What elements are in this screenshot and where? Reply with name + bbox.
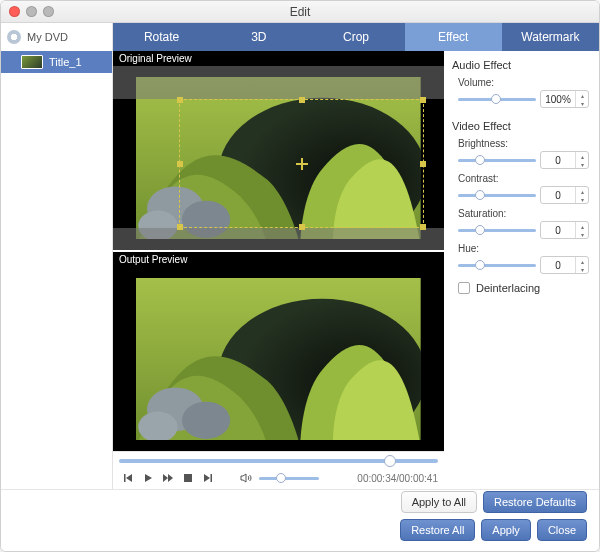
contrast-step-down[interactable]: ▾	[576, 195, 588, 203]
brightness-slider[interactable]	[458, 159, 536, 162]
prev-button[interactable]	[119, 469, 137, 487]
tab-effect[interactable]: Effect	[405, 23, 502, 51]
stop-button[interactable]	[179, 469, 197, 487]
play-button[interactable]	[139, 469, 157, 487]
volume-field: Volume: 100% ▴▾	[458, 77, 589, 108]
output-preview	[113, 267, 444, 451]
saturation-step-down[interactable]: ▾	[576, 230, 588, 238]
progress-slider[interactable]	[119, 456, 438, 466]
header-row: My DVD Rotate 3D Crop Effect Watermark	[1, 23, 599, 51]
close-window-icon[interactable]	[9, 6, 20, 17]
saturation-value: 0	[541, 225, 575, 236]
volume-slider[interactable]	[259, 477, 319, 480]
fast-forward-button[interactable]	[159, 469, 177, 487]
zoom-window-icon[interactable]	[43, 6, 54, 17]
disc-icon	[7, 30, 21, 44]
saturation-field: Saturation: 0 ▴▾	[458, 208, 589, 239]
preview-column: Original Preview	[113, 51, 444, 489]
saturation-step-up[interactable]: ▴	[576, 222, 588, 230]
video-effect-heading: Video Effect	[452, 120, 589, 132]
volume-effect-slider[interactable]	[458, 98, 536, 101]
contrast-field: Contrast: 0 ▴▾	[458, 173, 589, 204]
deinterlacing-checkbox[interactable]	[458, 282, 470, 294]
audio-effect-heading: Audio Effect	[452, 59, 589, 71]
body: Title_1 Original Preview	[1, 51, 599, 489]
total-time: 00:00:41	[399, 473, 438, 484]
brightness-step-up[interactable]: ▴	[576, 152, 588, 160]
original-preview-label: Original Preview	[113, 51, 444, 66]
sidebar: Title_1	[1, 51, 113, 489]
playback-controls: 00:00:34/00:00:41	[113, 451, 444, 489]
volume-label: Volume:	[458, 77, 589, 88]
crop-dim-bottom	[113, 228, 444, 250]
volume-step-down[interactable]: ▾	[576, 99, 588, 107]
titlebar: Edit	[1, 1, 599, 23]
output-scene	[136, 278, 421, 440]
progress-knob[interactable]	[384, 455, 396, 467]
volume-step-up[interactable]: ▴	[576, 91, 588, 99]
contrast-value-box[interactable]: 0 ▴▾	[540, 186, 589, 204]
crop-handle-mr[interactable]	[420, 161, 426, 167]
brightness-value: 0	[541, 155, 575, 166]
hue-label: Hue:	[458, 243, 589, 254]
brightness-step-down[interactable]: ▾	[576, 160, 588, 168]
effects-panel: Audio Effect Volume: 100% ▴▾ Video Effec…	[444, 51, 599, 489]
apply-button[interactable]: Apply	[481, 519, 531, 541]
deinterlacing-label: Deinterlacing	[476, 282, 540, 294]
current-time: 00:00:34	[357, 473, 396, 484]
contrast-step-up[interactable]: ▴	[576, 187, 588, 195]
next-button[interactable]	[199, 469, 217, 487]
svg-point-8	[182, 402, 230, 439]
svg-rect-10	[184, 474, 192, 482]
close-button[interactable]: Close	[537, 519, 587, 541]
tab-crop[interactable]: Crop	[307, 23, 404, 51]
tab-rotate[interactable]: Rotate	[113, 23, 210, 51]
hue-field: Hue: 0 ▴▾	[458, 243, 589, 274]
contrast-label: Contrast:	[458, 173, 589, 184]
hue-step-down[interactable]: ▾	[576, 265, 588, 273]
brightness-label: Brightness:	[458, 138, 589, 149]
speaker-icon[interactable]	[237, 469, 255, 487]
output-preview-label: Output Preview	[113, 252, 444, 267]
time-display: 00:00:34/00:00:41	[357, 473, 438, 484]
hue-step-up[interactable]: ▴	[576, 257, 588, 265]
apply-to-all-button[interactable]: Apply to All	[401, 491, 477, 513]
volume-value: 100%	[541, 94, 575, 105]
sidebar-root[interactable]: My DVD	[1, 23, 113, 51]
edit-window: Edit My DVD Rotate 3D Crop Effect Waterm…	[0, 0, 600, 552]
restore-defaults-button[interactable]: Restore Defaults	[483, 491, 587, 513]
contrast-slider[interactable]	[458, 194, 536, 197]
volume-knob[interactable]	[276, 473, 286, 483]
hue-value-box[interactable]: 0 ▴▾	[540, 256, 589, 274]
minimize-window-icon[interactable]	[26, 6, 37, 17]
scene-art-out	[136, 278, 421, 440]
saturation-slider[interactable]	[458, 229, 536, 232]
sidebar-root-label: My DVD	[27, 31, 68, 43]
brightness-field: Brightness: 0 ▴▾	[458, 138, 589, 169]
tab-bar: Rotate 3D Crop Effect Watermark	[113, 23, 599, 51]
volume-value-box[interactable]: 100% ▴▾	[540, 90, 589, 108]
window-controls	[9, 6, 54, 17]
title-thumbnail	[21, 55, 43, 69]
original-scene	[136, 77, 421, 239]
brightness-value-box[interactable]: 0 ▴▾	[540, 151, 589, 169]
sidebar-item-label: Title_1	[49, 56, 82, 68]
crop-dim-top	[113, 66, 444, 99]
restore-all-button[interactable]: Restore All	[400, 519, 475, 541]
window-title: Edit	[290, 5, 311, 19]
sidebar-item-title-1[interactable]: Title_1	[1, 51, 112, 73]
deinterlacing-row[interactable]: Deinterlacing	[458, 282, 589, 294]
tab-watermark[interactable]: Watermark	[502, 23, 599, 51]
scene-art	[136, 77, 421, 239]
original-preview	[113, 66, 444, 250]
saturation-value-box[interactable]: 0 ▴▾	[540, 221, 589, 239]
hue-slider[interactable]	[458, 264, 536, 267]
saturation-label: Saturation:	[458, 208, 589, 219]
volume-control	[237, 469, 319, 487]
main: Original Preview	[113, 51, 599, 489]
contrast-value: 0	[541, 190, 575, 201]
hue-value: 0	[541, 260, 575, 271]
tab-3d[interactable]: 3D	[210, 23, 307, 51]
footer: Apply to All Restore Defaults Restore Al…	[1, 489, 599, 551]
